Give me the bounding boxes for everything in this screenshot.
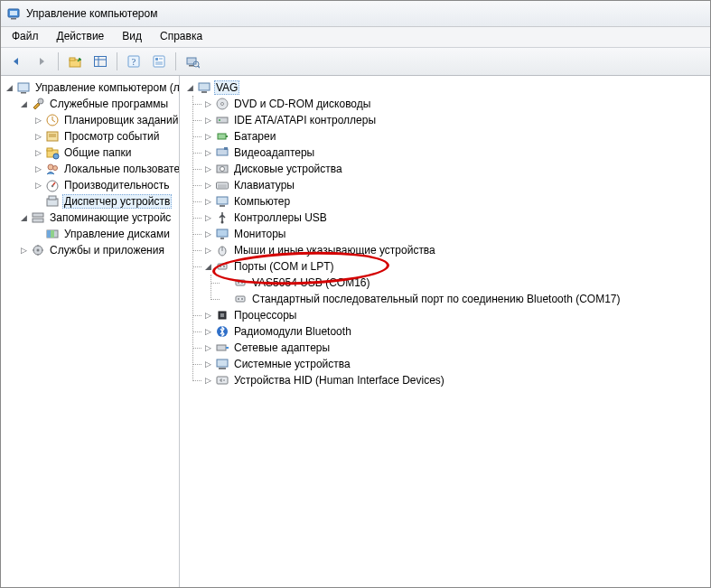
tree-root[interactable]: ◢ Управление компьютером (л ◢ Служебные … [3,79,179,258]
svg-rect-79 [219,368,226,369]
svg-point-29 [48,164,53,170]
tree-node-device-manager[interactable]: Диспетчер устройств [32,193,179,210]
svg-rect-61 [220,238,224,239]
device-node-computer[interactable]: ▷Компьютер [201,193,710,210]
device-node-system-devices[interactable]: ▷Системные устройства [201,356,710,372]
port-icon [233,275,248,290]
svg-point-71 [238,298,239,300]
device-node-network[interactable]: ▷Сетевые адаптеры [201,340,710,356]
computer-icon [197,80,211,95]
titlebar: Управление компьютером [1,1,710,27]
device-node-disk[interactable]: ▷Дисковые устройства [201,161,710,177]
shared-folders-icon [45,145,60,160]
collapse-icon[interactable]: ◢ [17,98,30,110]
expand-icon[interactable]: ▷ [32,163,44,175]
device-node-vas5054[interactable]: VAS5054 USB (COM16) [220,275,710,291]
svg-rect-34 [49,196,56,200]
device-node-ide[interactable]: ▷IDE ATA/ATAPI контроллеры [201,112,710,128]
device-node-display[interactable]: ▷Видеоадаптеры [201,145,710,161]
expand-icon[interactable]: ▷ [201,325,214,338]
scan-hardware-button[interactable] [181,50,204,73]
svg-rect-36 [33,219,43,222]
up-button[interactable] [63,50,87,73]
storage-icon [31,210,45,225]
device-node-bluetooth[interactable]: ▷Радиомодули Bluetooth [201,323,710,340]
svg-point-65 [220,266,221,267]
device-node-keyboards[interactable]: ▷Клавиатуры [201,177,710,193]
menu-help[interactable]: Справка [151,27,211,47]
show-hide-tree-button[interactable] [89,50,112,73]
expand-icon[interactable]: ▷ [32,179,44,191]
expand-icon[interactable]: ▷ [201,211,214,224]
device-node-ports[interactable]: ◢ Порты (COM и LPT) VAS5054 USB (COM16) … [201,258,710,307]
expand-icon[interactable]: ▷ [201,244,214,257]
device-node-mice[interactable]: ▷Мыши и иные указывающие устройства [201,242,710,258]
svg-rect-77 [226,347,229,349]
expand-icon[interactable]: ▷ [201,341,214,354]
tree-node-system-tools[interactable]: ◢ Служебные программы ▷Планировщик задан… [17,96,179,210]
expand-icon[interactable]: ▷ [201,114,214,126]
expand-icon[interactable]: ▷ [201,146,214,159]
device-node-bluetooth-serial[interactable]: Стандартный последовательный порт по сое… [220,291,710,307]
device-node-usb[interactable]: ▷Контроллеры USB [201,210,710,226]
device-node-monitors[interactable]: ▷Мониторы [201,226,710,242]
expand-icon[interactable]: ▷ [32,146,44,159]
svg-rect-39 [51,230,54,238]
collapse-icon[interactable]: ◢ [201,260,214,273]
expand-icon[interactable]: ▷ [201,130,214,143]
properties-button[interactable] [147,50,171,73]
svg-rect-74 [220,313,224,317]
expand-icon[interactable]: ▷ [201,195,214,208]
device-root[interactable]: ◢ VAG ▷DVD и CD-ROM дисководы ▷IDE ATA/A… [183,79,710,388]
left-pane: ◢ Управление компьютером (л ◢ Служебные … [1,76,180,587]
expand-icon[interactable]: ▷ [32,114,44,126]
tree-node-services-apps[interactable]: ▷ Службы и приложения [17,242,179,258]
svg-point-21 [38,98,43,104]
collapse-icon[interactable]: ◢ [3,81,15,94]
expand-icon[interactable]: ▷ [201,98,214,110]
svg-rect-49 [226,135,228,137]
svg-rect-4 [70,58,75,61]
expand-icon[interactable]: ▷ [201,163,214,175]
svg-point-45 [221,103,224,106]
expand-icon[interactable]: ▷ [17,244,30,257]
svg-rect-43 [201,91,207,93]
expand-icon[interactable]: ▷ [201,179,214,191]
tree-node-event-viewer[interactable]: ▷Просмотр событий [32,128,179,145]
expand-icon[interactable]: ▷ [201,309,214,322]
expand-icon[interactable]: ▷ [201,358,214,370]
forward-button[interactable] [30,50,53,73]
menu-view[interactable]: Вид [113,27,151,47]
expand-icon[interactable]: ▷ [32,130,44,143]
tree-node-task-scheduler[interactable]: ▷Планировщик заданий [32,112,179,128]
svg-point-68 [238,282,239,284]
svg-point-53 [220,167,225,172]
tree-node-disk-management[interactable]: Управление дисками [32,226,179,242]
tree-node-performance[interactable]: ▷Производительность [32,177,179,193]
expand-icon[interactable]: ▷ [201,374,214,387]
svg-rect-60 [217,229,228,237]
tree-node-local-users[interactable]: ▷Локальные пользовате [32,161,179,177]
device-node-batteries[interactable]: ▷Батареи [201,128,710,145]
menu-action[interactable]: Действие [48,27,114,47]
svg-rect-51 [224,147,228,150]
tree-node-storage[interactable]: ◢ Запоминающие устройс Управление дискам… [17,210,179,242]
window-title: Управление компьютером [26,7,157,20]
svg-rect-57 [217,197,228,204]
device-node-dvd[interactable]: ▷DVD и CD-ROM дисководы [201,96,710,112]
collapse-icon[interactable]: ◢ [183,81,196,94]
device-tree[interactable]: ◢ VAG ▷DVD и CD-ROM дисководы ▷IDE ATA/A… [180,76,710,392]
svg-rect-58 [220,205,225,207]
svg-point-66 [223,266,225,267]
services-apps-label: Службы и приложения [48,243,166,257]
back-button[interactable] [5,50,28,73]
menu-file[interactable]: Файл [3,27,48,47]
collapse-icon[interactable]: ◢ [17,211,30,224]
device-node-hid[interactable]: ▷Устройства HID (Human Interface Devices… [201,372,710,388]
svg-rect-42 [199,83,210,90]
toolbar-separator [58,52,59,70]
help-button[interactable]: ? [122,50,145,73]
tree-node-shared-folders[interactable]: ▷Общие папки [32,145,179,161]
device-node-processors[interactable]: ▷Процессоры [201,307,710,323]
left-tree[interactable]: ◢ Управление компьютером (л ◢ Служебные … [1,76,179,262]
